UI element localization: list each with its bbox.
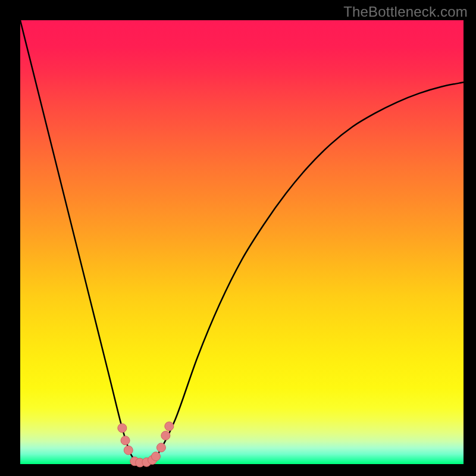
curve-marker	[121, 436, 130, 445]
curve-layer	[20, 20, 464, 464]
curve-marker	[165, 422, 174, 431]
curve-marker	[156, 443, 165, 452]
curve-marker	[151, 452, 160, 461]
plot-area	[20, 20, 464, 464]
bottleneck-curve	[20, 20, 464, 465]
chart-frame: TheBottleneck.com	[0, 0, 476, 476]
watermark-text: TheBottleneck.com	[343, 4, 468, 20]
curve-marker	[124, 446, 133, 455]
curve-marker	[118, 424, 127, 433]
curve-marker	[161, 431, 170, 440]
curve-markers	[118, 422, 174, 467]
